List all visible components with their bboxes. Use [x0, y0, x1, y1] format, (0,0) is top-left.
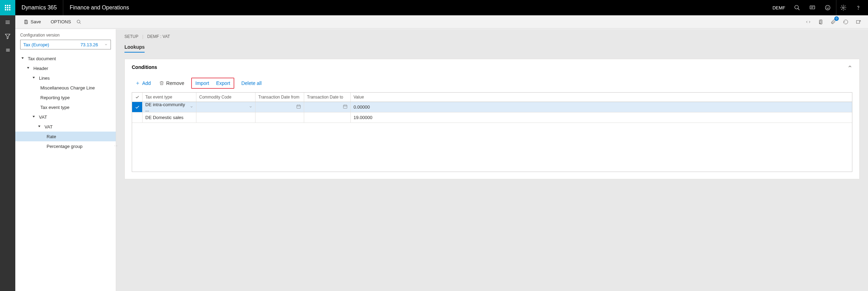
- cell-value[interactable]: 19.00000: [351, 112, 397, 123]
- left-rail-lower: [0, 29, 15, 291]
- svg-line-16: [80, 22, 81, 24]
- save-label: Save: [31, 19, 41, 24]
- svg-point-6: [827, 7, 827, 7]
- conditions-panel: Conditions Add Remove Import Export Dele…: [124, 59, 860, 179]
- office-icon[interactable]: [817, 18, 825, 26]
- row-select-checkbox[interactable]: [132, 112, 143, 123]
- conditions-panel-header[interactable]: Conditions: [125, 59, 859, 75]
- tree-tax-event-type[interactable]: Tax event type: [15, 102, 116, 112]
- cell-commodity[interactable]: [196, 112, 255, 123]
- row-select-checkbox[interactable]: [132, 102, 143, 112]
- add-button[interactable]: Add: [132, 79, 154, 87]
- popout-icon[interactable]: [854, 18, 862, 26]
- svg-point-9: [858, 9, 859, 9]
- cell-tax-event[interactable]: DE Domestic sales: [143, 112, 196, 123]
- attachments-icon[interactable]: 0: [829, 18, 837, 26]
- svg-rect-17: [857, 21, 860, 23]
- chevron-down-icon[interactable]: [190, 104, 193, 110]
- grid-header-select[interactable]: [132, 93, 143, 102]
- help-icon[interactable]: [851, 0, 865, 15]
- svg-rect-35: [297, 105, 301, 108]
- list-icon[interactable]: [0, 43, 15, 57]
- left-rail: [0, 15, 15, 29]
- crumb-demf-vat: DEMF : VAT: [147, 34, 170, 39]
- conditions-grid: Tax event type Commodity Code Transactio…: [132, 92, 852, 172]
- nav-menu-icon[interactable]: [0, 15, 15, 29]
- grid-row[interactable]: DE Domestic sales 19.00000: [132, 112, 852, 123]
- cell-commodity[interactable]: [196, 102, 255, 112]
- messages-icon[interactable]: [805, 0, 819, 15]
- grid-header-commodity[interactable]: Commodity Code: [196, 93, 255, 102]
- svg-marker-30: [38, 126, 40, 127]
- chevron-down-icon[interactable]: [249, 104, 252, 110]
- search-action-button[interactable]: [74, 18, 84, 26]
- tree-misc-charge-line[interactable]: Miscellaneous Charge Line: [15, 83, 116, 93]
- cell-value[interactable]: 0.00000: [351, 102, 397, 112]
- tab-lookups[interactable]: Lookups: [124, 44, 145, 53]
- drag-handle-icon[interactable]: ⋮: [114, 144, 118, 147]
- grid-header-date-from[interactable]: Transaction Date from: [255, 93, 304, 102]
- tree-collapse-icon[interactable]: [31, 116, 36, 118]
- feedback-icon[interactable]: [821, 0, 835, 15]
- tree-collapse-icon[interactable]: [20, 57, 25, 60]
- nav-tree: Tax document Header Lines Miscellaneous …: [15, 52, 116, 152]
- config-version-label: Configuration version: [15, 29, 116, 40]
- conditions-title: Conditions: [132, 64, 157, 70]
- tree-reporting-type[interactable]: Reporting type: [15, 93, 116, 102]
- refresh-icon[interactable]: [842, 18, 850, 26]
- search-icon[interactable]: [790, 0, 804, 15]
- tree-collapse-icon[interactable]: [31, 77, 36, 79]
- trash-icon: [159, 81, 164, 86]
- link-icon[interactable]: [804, 18, 812, 26]
- company-label[interactable]: DEMF: [769, 5, 789, 10]
- chevron-down-icon: [104, 42, 108, 47]
- grid-header-tax-event[interactable]: Tax event type: [143, 93, 196, 102]
- save-button[interactable]: Save: [21, 18, 44, 26]
- remove-button[interactable]: Remove: [156, 79, 188, 87]
- tree-tax-document[interactable]: Tax document: [15, 54, 116, 63]
- tree-collapse-icon[interactable]: [37, 125, 42, 128]
- svg-rect-2: [810, 6, 815, 9]
- calendar-icon[interactable]: [296, 104, 301, 110]
- import-button[interactable]: Import: [192, 79, 213, 87]
- tab-row: Lookups: [116, 39, 868, 53]
- tree-collapse-icon[interactable]: [26, 67, 31, 70]
- crumb-separator: |: [142, 34, 143, 39]
- grid-header-value[interactable]: Value: [351, 93, 397, 102]
- tree-vat-inner[interactable]: VAT: [15, 122, 116, 132]
- svg-line-18: [859, 21, 861, 22]
- cell-date-from[interactable]: [255, 102, 304, 112]
- svg-rect-14: [25, 22, 27, 24]
- filter-icon[interactable]: [0, 29, 15, 43]
- brand-label[interactable]: Dynamics 365: [15, 0, 63, 15]
- svg-point-8: [842, 7, 844, 9]
- grid-header-row: Tax event type Commodity Code Transactio…: [132, 93, 852, 102]
- calendar-icon[interactable]: [343, 104, 348, 110]
- svg-line-1: [798, 8, 800, 10]
- svg-rect-13: [25, 20, 27, 21]
- export-button[interactable]: Export: [213, 79, 234, 87]
- delete-all-button[interactable]: Delete all: [238, 79, 265, 87]
- cell-tax-event[interactable]: DE intra-community ...: [143, 102, 196, 112]
- tree-header[interactable]: Header: [15, 63, 116, 73]
- settings-icon[interactable]: [836, 0, 850, 15]
- grid-row[interactable]: DE intra-community ... 0.00000: [132, 102, 852, 112]
- cell-date-to[interactable]: [304, 102, 351, 112]
- grid-header-date-to[interactable]: Transaction Date to: [304, 93, 351, 102]
- cell-date-from[interactable]: [255, 112, 304, 123]
- svg-point-15: [77, 20, 80, 23]
- app-launcher-button[interactable]: [0, 0, 15, 15]
- svg-rect-39: [343, 105, 347, 108]
- svg-point-0: [795, 5, 798, 9]
- action-bar: Save OPTIONS 0: [15, 15, 868, 29]
- config-name: Tax (Europe): [23, 42, 49, 47]
- cell-date-to[interactable]: [304, 112, 351, 123]
- options-button[interactable]: OPTIONS: [48, 18, 74, 26]
- crumb-setup[interactable]: SETUP: [124, 34, 138, 39]
- tree-lines[interactable]: Lines: [15, 73, 116, 83]
- config-version-select[interactable]: Tax (Europe) 73.13.26: [20, 40, 111, 49]
- svg-marker-29: [33, 116, 35, 118]
- tree-percentage-group[interactable]: Percentage group: [15, 141, 116, 151]
- tree-rate[interactable]: Rate: [15, 132, 116, 141]
- tree-vat[interactable]: VAT: [15, 112, 116, 122]
